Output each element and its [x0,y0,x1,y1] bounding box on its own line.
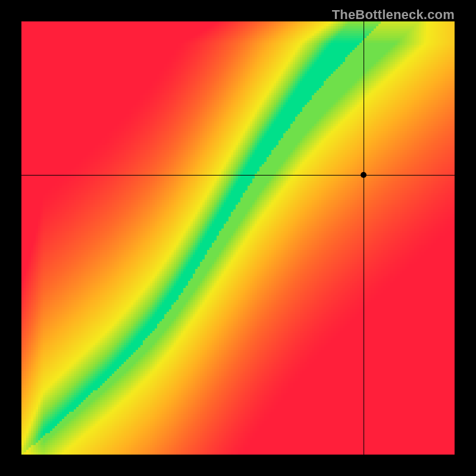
marker-dot [361,172,367,178]
chart-frame: TheBottleneck.com [0,0,476,476]
site-watermark: TheBottleneck.com [332,7,455,23]
heatmap-canvas [21,21,455,455]
crosshair-vertical [364,21,364,455]
crosshair-horizontal [21,175,455,176]
heatmap-plot [21,21,455,455]
